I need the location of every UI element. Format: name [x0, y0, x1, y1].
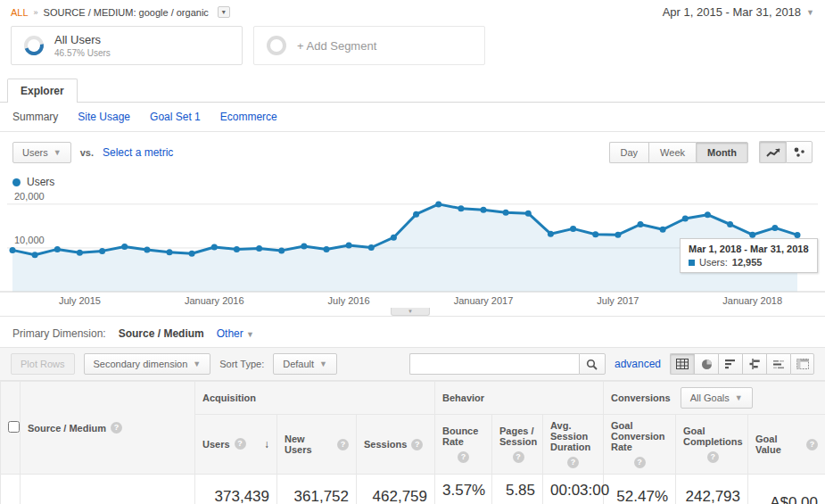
help-icon[interactable]: ? [235, 438, 246, 450]
granularity-week-button[interactable]: Week [648, 142, 696, 163]
data-point [435, 201, 441, 207]
column-header-source-medium[interactable]: Source / Medium ? [21, 382, 195, 475]
advanced-search-link[interactable]: advanced [615, 358, 661, 370]
select-all-checkbox-cell [1, 382, 21, 475]
bounce-rate-header-label: Bounce Rate [442, 426, 484, 447]
help-icon[interactable]: ? [567, 457, 579, 468]
data-point [570, 226, 576, 232]
explorer-subnav: Summary Site Usage Goal Set 1 Ecommerce [0, 103, 825, 131]
totals-users: 373,439 % of Total: 46.57% (801,891) [195, 475, 277, 504]
data-point [10, 247, 16, 253]
column-header-pages-session[interactable]: Pages / Session ? [492, 415, 543, 475]
totals-goal-completions-value: 242,793 [683, 488, 740, 504]
column-header-goal-conversion-rate[interactable]: Goal Conversion Rate ? [604, 415, 676, 475]
totals-sessions: 462,759 % of Total: 43.22% (1,070,761) [357, 475, 435, 504]
help-icon[interactable]: ? [513, 451, 524, 463]
granularity-toggle: Day Week Month [609, 142, 748, 163]
help-icon[interactable]: ? [458, 451, 469, 463]
select-a-metric-link[interactable]: Select a metric [103, 146, 173, 159]
sort-type-dropdown[interactable]: Default ▼ [273, 353, 337, 375]
help-icon[interactable]: ? [111, 422, 122, 434]
performance-view-icon[interactable] [718, 353, 742, 375]
column-header-goal-value[interactable]: Goal Value ? [748, 415, 825, 475]
plot-rows-button[interactable]: Plot Rows [11, 353, 75, 375]
totals-bounce-rate-value: 3.57% [442, 482, 484, 500]
column-header-users[interactable]: Users ? ↓ [195, 415, 277, 475]
line-chart-icon[interactable] [759, 141, 786, 163]
users-line-chart[interactable]: 10,00020,000 Mar 1, 2018 - Mar 31, 2018 … [0, 194, 825, 293]
chart-legend: Users [0, 167, 825, 190]
add-segment-button[interactable]: + Add Segment [253, 26, 485, 65]
data-point [503, 210, 509, 216]
subnav-ecommerce[interactable]: Ecommerce [220, 111, 277, 123]
chevron-down-icon: ▼ [54, 148, 62, 157]
data-point [144, 246, 150, 252]
data-point [346, 243, 352, 249]
data-point [615, 232, 621, 238]
help-icon[interactable]: ? [634, 457, 646, 468]
segment-all-users[interactable]: All Users 46.57% Users [11, 26, 243, 65]
x-axis-tick-label: July 2016 [328, 295, 370, 306]
primary-dimension-bar: Primary Dimension: Source / Medium Other… [0, 317, 825, 347]
primary-dimension-source-medium[interactable]: Source / Medium [119, 327, 204, 340]
date-range-selector[interactable]: Apr 1, 2015 - Mar 31, 2018 ▼ [663, 5, 814, 19]
y-axis-tick-label: 10,000 [14, 235, 45, 245]
sort-type-label: Sort Type: [219, 359, 264, 369]
y-axis-tick-label: 20,000 [14, 191, 45, 202]
add-segment-label: + Add Segment [297, 39, 376, 53]
column-header-bounce-rate[interactable]: Bounce Rate ? [435, 415, 492, 475]
table-toolbar: Plot Rows Secondary dimension ▼ Sort Typ… [0, 347, 825, 381]
table-search [409, 353, 606, 375]
granularity-month-button[interactable]: Month [696, 142, 748, 163]
column-header-avg-session-duration[interactable]: Avg. Session Duration ? [543, 415, 604, 475]
granularity-day-button[interactable]: Day [609, 142, 649, 163]
segment-name: All Users [54, 33, 111, 46]
data-view-icon[interactable] [670, 353, 694, 375]
subnav-site-usage[interactable]: Site Usage [78, 111, 130, 123]
x-axis-tick-label: January 2018 [722, 295, 782, 306]
totals-sessions-value: 462,759 [364, 488, 427, 504]
source-medium-header-label: Source / Medium [28, 423, 106, 434]
data-point [234, 246, 240, 252]
motion-chart-icon[interactable] [786, 141, 813, 163]
primary-dimension-label: Primary Dimension: [12, 327, 106, 340]
users-legend-label: Users [27, 176, 54, 188]
data-point [458, 205, 464, 211]
select-all-checkbox[interactable] [8, 421, 20, 433]
pages-session-header-label: Pages / Session [499, 426, 537, 447]
help-icon[interactable]: ? [337, 439, 349, 450]
breadcrumb-dropdown-icon[interactable]: ▾ [218, 6, 230, 18]
chevron-down-icon: ▼ [193, 359, 201, 368]
help-icon[interactable]: ? [806, 439, 818, 450]
help-icon[interactable]: ? [707, 451, 719, 463]
behavior-label: Behavior [442, 392, 484, 403]
column-header-new-users[interactable]: New Users ? [277, 415, 357, 475]
column-header-sessions[interactable]: Sessions ? [357, 415, 435, 475]
data-point [189, 251, 195, 257]
tooltip-date: Mar 1, 2018 - Mar 31, 2018 [689, 244, 809, 254]
subnav-summary[interactable]: Summary [12, 111, 58, 123]
tab-explorer[interactable]: Explorer [7, 78, 78, 103]
breadcrumb-path[interactable]: SOURCE / MEDIUM: google / organic [44, 7, 209, 18]
term-cloud-view-icon[interactable] [766, 353, 790, 375]
chevron-down-icon: ▼ [319, 359, 327, 368]
metric-dropdown[interactable]: Users ▼ [12, 142, 71, 163]
secondary-dimension-label: Secondary dimension [94, 359, 188, 369]
data-point [592, 231, 598, 237]
breadcrumb-all[interactable]: ALL [11, 7, 29, 18]
column-header-goal-completions[interactable]: Goal Completions ? [676, 415, 748, 475]
data-point [391, 235, 397, 241]
comparison-view-icon[interactable] [742, 353, 766, 375]
primary-dimension-other[interactable]: Other ▼ [217, 327, 254, 340]
secondary-dimension-dropdown[interactable]: Secondary dimension ▼ [84, 353, 211, 375]
all-goals-dropdown[interactable]: All Goals ▼ [681, 387, 753, 409]
help-icon[interactable]: ? [411, 439, 423, 450]
subnav-goal-set-1[interactable]: Goal Set 1 [150, 111, 201, 123]
sort-descending-icon[interactable]: ↓ [264, 438, 269, 450]
chart-collapse-handle[interactable]: ▼ [391, 308, 430, 316]
totals-row: 373,439 % of Total: 46.57% (801,891) 361… [1, 475, 825, 504]
search-input[interactable] [409, 353, 579, 375]
pivot-view-icon[interactable] [790, 353, 814, 375]
search-icon[interactable] [579, 353, 606, 375]
percentage-view-icon[interactable] [694, 353, 718, 375]
